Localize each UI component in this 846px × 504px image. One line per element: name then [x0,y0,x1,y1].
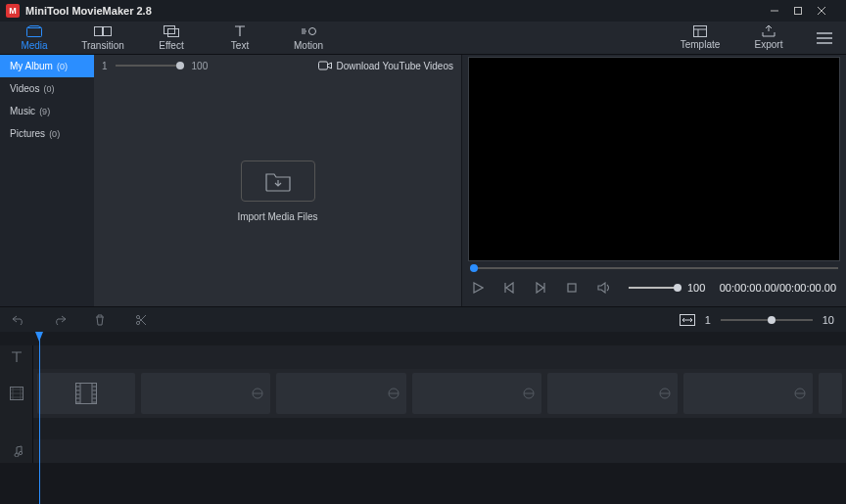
fit-timeline-button[interactable] [680,314,695,326]
video-clip-slot[interactable] [141,373,270,414]
export-button[interactable]: Export [734,22,803,54]
import-dropzone[interactable] [241,160,315,202]
preview-panel: 100 00:00:00.00/00:00:00.00 [462,55,846,306]
stop-button[interactable] [566,282,584,294]
tab-motion[interactable]: Motion [274,22,343,54]
tab-template[interactable]: Template [666,22,734,54]
window-close-button[interactable] [817,6,840,16]
mute-button[interactable] [597,282,615,294]
timeline-ruler[interactable] [0,332,846,345]
undo-button[interactable] [12,314,27,326]
track-gap [0,418,846,439]
thumb-size-max: 100 [192,61,209,71]
media-icon [26,24,42,38]
motion-icon [301,24,316,38]
videocam-icon [318,61,332,70]
sidebar-item-count: (0) [43,84,54,94]
sidebar-item-count: (0) [49,129,60,139]
timeline-empty-area [0,463,846,504]
folder-download-icon [264,170,292,192]
seek-handle[interactable] [470,264,478,272]
audio-track-label [0,439,33,463]
import-area: Import Media Files [94,76,461,306]
video-clip-slot[interactable] [819,373,842,414]
tab-label: Effect [159,40,183,51]
redo-button[interactable] [53,314,69,326]
sidebar-item-my-album[interactable]: My Album (0) [0,55,94,77]
split-button[interactable] [135,314,151,326]
sidebar-item-label: Pictures [10,128,45,139]
frame-back-button[interactable] [503,282,521,294]
timecode: 00:00:00.00/00:00:00.00 [720,282,836,294]
play-button[interactable] [472,282,490,294]
menu-button[interactable] [803,22,846,54]
playhead[interactable] [39,332,40,504]
video-clip-slot[interactable] [547,373,677,414]
download-youtube-label: Download YouTube Videos [336,61,453,71]
video-track[interactable] [0,369,846,418]
content-row: My Album (0) Videos (0) Music (9) Pictur… [0,55,846,306]
tab-label: Text [231,40,249,51]
import-label: Import Media Files [237,211,317,222]
svg-rect-1 [27,28,42,37]
tab-media[interactable]: Media [0,22,69,54]
video-clip-slot[interactable] [412,373,541,414]
seek-bar[interactable] [470,267,838,269]
sidebar-item-label: Videos [10,83,39,94]
volume-value: 100 [687,282,705,294]
zoom-max-label: 10 [822,314,834,326]
sidebar-item-videos[interactable]: Videos (0) [0,77,94,100]
frame-forward-button[interactable] [535,282,552,294]
delete-button[interactable] [94,314,110,326]
tab-label: Motion [294,40,323,51]
sidebar-item-pictures[interactable]: Pictures (0) [0,122,94,145]
svg-point-11 [136,321,139,324]
transition-icon [793,388,807,399]
transition-icon [387,388,400,399]
svg-rect-5 [168,29,179,37]
audio-track[interactable] [0,439,846,463]
download-youtube-button[interactable]: Download YouTube Videos [318,61,453,71]
svg-point-6 [309,28,316,35]
timeline-toolbar: 1 10 [0,306,846,332]
trash-icon [94,314,106,326]
template-icon [693,25,707,37]
hamburger-icon [816,32,833,44]
scissors-icon [135,314,147,326]
frame-back-icon [503,282,515,294]
effect-icon [164,24,179,38]
window-minimize-button[interactable] [770,6,793,16]
media-sidebar: My Album (0) Videos (0) Music (9) Pictur… [0,55,94,306]
app-title: MiniTool MovieMaker 2.8 [25,5,152,17]
frame-forward-icon [535,282,546,294]
tab-transition[interactable]: Transition [69,22,137,54]
text-track[interactable] [0,345,846,369]
svg-rect-9 [568,284,576,292]
tab-effect[interactable]: Effect [137,22,206,54]
sidebar-item-music[interactable]: Music (9) [0,100,94,122]
text-track-label [0,345,33,369]
tab-label: Transition [81,40,124,51]
title-bar: M MiniTool MovieMaker 2.8 [0,0,846,22]
thumbnail-size-slider[interactable] [116,65,184,67]
fit-icon [680,314,695,326]
app-icon: M [6,4,20,18]
tab-text[interactable]: Text [206,22,274,54]
video-clip-slot[interactable] [37,373,135,414]
video-clip-slot[interactable] [276,373,405,414]
zoom-slider[interactable] [721,319,813,321]
tab-label: Media [21,40,47,51]
video-clip-slot[interactable] [683,373,813,414]
transition-icon [522,388,536,399]
svg-rect-3 [104,27,112,36]
media-panel-top: 1 100 Download YouTube Videos [94,55,461,76]
sidebar-item-label: Music [10,106,35,116]
volume-slider[interactable] [629,287,682,289]
preview-video[interactable] [468,57,840,261]
svg-rect-0 [795,8,802,15]
redo-icon [53,314,67,326]
preview-controls: 100 00:00:00.00/00:00:00.00 [468,275,840,300]
video-track-icon [10,387,24,400]
window-maximize-button[interactable] [793,6,817,16]
sidebar-item-count: (9) [39,107,50,116]
